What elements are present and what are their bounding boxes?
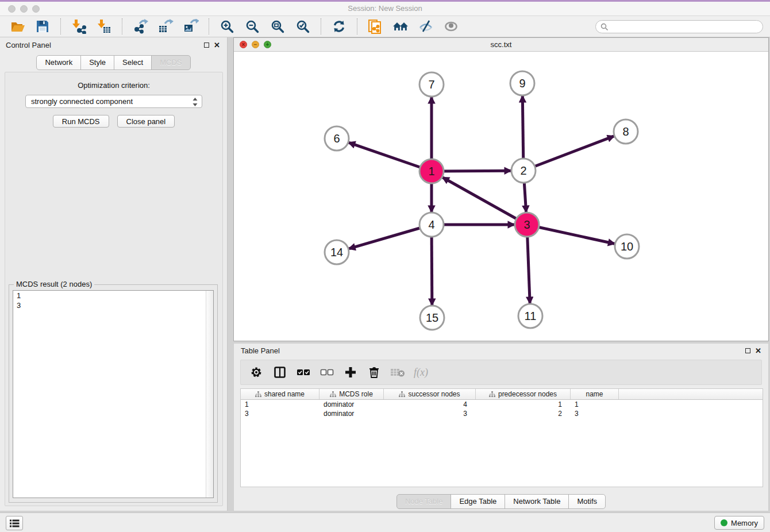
column-header-successor-nodes[interactable]: successor nodes: [384, 389, 476, 399]
graph-node-6[interactable]: 6: [325, 126, 349, 151]
import-network-icon[interactable]: [69, 18, 88, 36]
table-cell: 4: [384, 400, 476, 409]
column-header-predecessor-nodes[interactable]: predecessor nodes: [476, 389, 571, 399]
control-panel-tabs: NetworkStyleSelectMCDS: [0, 55, 227, 70]
graph-node-4[interactable]: 4: [419, 213, 444, 237]
svg-text:15: 15: [426, 311, 438, 324]
table-row[interactable]: 1dominator411: [241, 400, 763, 409]
delete-column-icon[interactable]: [367, 365, 382, 380]
column-header-shared-name[interactable]: shared name: [241, 389, 319, 399]
refresh-view-icon[interactable]: [329, 18, 349, 36]
tab-motifs[interactable]: Motifs: [568, 494, 606, 509]
table-cell: 3: [241, 409, 319, 418]
result-line: 3: [13, 300, 213, 310]
toolbar-separator: [209, 18, 209, 34]
graph-edge-1-6[interactable]: [349, 142, 432, 171]
graph-node-2[interactable]: 2: [511, 159, 536, 183]
tab-node-table[interactable]: Node Table: [396, 494, 452, 509]
graph-node-1[interactable]: 1: [419, 159, 444, 183]
table-panel-tabs: Node TableEdge TableNetwork TableMotifs: [234, 494, 768, 509]
close-panel-icon[interactable]: ✕: [214, 43, 220, 48]
graph-node-10[interactable]: 10: [615, 234, 639, 259]
clone-network-icon[interactable]: [365, 18, 385, 36]
mcds-result-list[interactable]: 13: [13, 290, 214, 498]
show-columns-icon[interactable]: [272, 365, 287, 380]
zoom-fit-icon[interactable]: [268, 18, 287, 36]
graph-node-7[interactable]: 7: [419, 72, 444, 97]
zoom-in-icon[interactable]: [217, 18, 237, 36]
tab-network-table[interactable]: Network Table: [505, 494, 569, 509]
export-image-icon[interactable]: [181, 18, 201, 36]
mcds-result-title: MCDS result (2 nodes): [14, 280, 94, 288]
function-builder-icon[interactable]: f(x): [414, 367, 428, 379]
table-row[interactable]: 3dominator323: [241, 409, 763, 418]
add-column-icon[interactable]: [343, 365, 358, 380]
app-titlebar: Session: New Session: [0, 0, 770, 16]
delete-table-icon[interactable]: [390, 365, 405, 380]
show-panels-button[interactable]: [6, 516, 23, 530]
table-settings-gear-icon[interactable]: [249, 365, 264, 380]
float-table-panel-icon[interactable]: [745, 348, 750, 353]
table-cell: 1: [241, 400, 319, 409]
select-chevrons-icon: [192, 98, 198, 106]
import-table-icon[interactable]: [94, 18, 114, 36]
graph-node-11[interactable]: 11: [518, 304, 542, 328]
close-table-panel-icon[interactable]: ✕: [755, 348, 761, 353]
column-header-name[interactable]: name: [571, 389, 619, 399]
save-session-icon[interactable]: [33, 18, 52, 36]
run-mcds-button[interactable]: Run MCDS: [53, 115, 109, 128]
memory-button[interactable]: Memory: [714, 516, 764, 530]
float-panel-icon[interactable]: [204, 43, 209, 48]
zoom-out-icon[interactable]: [242, 18, 262, 36]
table-cell: dominator: [319, 400, 384, 409]
column-header-mcds-role[interactable]: MCDS role: [319, 389, 384, 399]
select-all-icon[interactable]: [296, 365, 311, 380]
graph-node-8[interactable]: 8: [614, 119, 638, 144]
show-all-icon[interactable]: [441, 18, 461, 36]
graph-node-3[interactable]: 3: [515, 213, 539, 237]
svg-text:8: 8: [622, 125, 629, 138]
graph-node-9[interactable]: 9: [510, 71, 534, 95]
criterion-value: strongly connected component: [31, 97, 133, 106]
node-table-rows: 1dominator4113dominator323: [241, 400, 763, 418]
hide-selected-icon[interactable]: [416, 18, 436, 36]
network-window: × − + scc.txt 1234678910111415: [233, 37, 769, 341]
memory-status-dot: [721, 519, 727, 526]
graph-node-14[interactable]: 14: [325, 240, 349, 264]
graph-edge-2-8[interactable]: [523, 136, 614, 171]
first-neighbors-icon[interactable]: [391, 18, 410, 36]
network-canvas[interactable]: 1234678910111415: [234, 52, 768, 341]
table-cell: 2: [476, 409, 571, 418]
graph-node-15[interactable]: 15: [420, 306, 444, 330]
toolbar-separator: [60, 18, 61, 34]
tab-edge-table[interactable]: Edge Table: [451, 494, 505, 509]
search-icon: [600, 23, 609, 33]
export-table-icon[interactable]: [156, 18, 175, 36]
graph-edge-3-10[interactable]: [527, 225, 615, 244]
control-panel: Control Panel ✕ NetworkStyleSelectMCDS O…: [0, 37, 228, 511]
table-toolbar: f(x): [240, 360, 762, 385]
svg-text:2: 2: [520, 164, 526, 177]
network-titlebar: × − + scc.txt: [234, 38, 768, 52]
zoom-selected-icon[interactable]: [293, 18, 313, 36]
tab-select[interactable]: Select: [114, 55, 152, 70]
node-table: shared nameMCDS rolesuccessor nodesprede…: [240, 388, 763, 487]
optimization-criterion-select[interactable]: strongly connected component: [25, 95, 202, 108]
export-network-icon[interactable]: [130, 18, 150, 36]
tab-style[interactable]: Style: [80, 55, 114, 70]
status-bar: Memory: [0, 512, 770, 532]
deselect-all-icon[interactable]: [319, 365, 334, 380]
control-panel-title: Control Panel: [6, 41, 204, 49]
result-scrollbar[interactable]: [206, 291, 213, 498]
open-session-icon[interactable]: [7, 18, 27, 36]
table-cell: 3: [571, 409, 619, 418]
graph-edge-3-1[interactable]: [442, 178, 527, 225]
tab-mcds[interactable]: MCDS: [151, 55, 190, 70]
svg-text:6: 6: [333, 132, 340, 145]
tab-network[interactable]: Network: [36, 55, 81, 70]
search-input[interactable]: [611, 21, 759, 32]
app-title: Session: New Session: [0, 4, 770, 13]
close-panel-button[interactable]: Close panel: [117, 115, 175, 128]
network-graph[interactable]: 1234678910111415: [234, 52, 768, 341]
table-cell: 3: [384, 409, 476, 418]
